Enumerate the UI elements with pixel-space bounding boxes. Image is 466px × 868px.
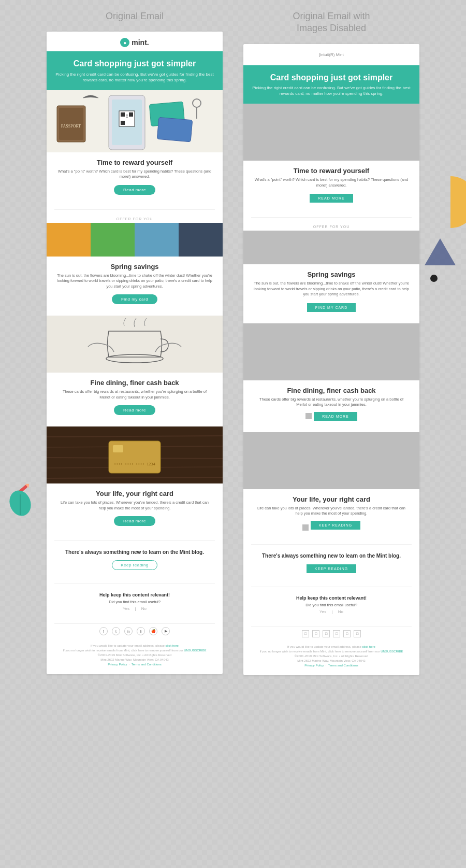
- right-column: Original Email with Images Disabled [int…: [243, 10, 419, 675]
- left-dining-image: [47, 316, 223, 373]
- left-section1-button[interactable]: Read more: [114, 185, 155, 195]
- left-section2-content: Spring savings The sun is out, the flowe…: [47, 257, 223, 316]
- left-linkedin-icon[interactable]: li: [137, 627, 145, 635]
- right-hero-heading: Card shopping just got simpler: [252, 73, 411, 82]
- right-section4-img-icon: [302, 524, 309, 531]
- left-section3-button[interactable]: Read more: [114, 405, 155, 415]
- svg-rect-13: [121, 121, 125, 125]
- right-life-image-placeholder: [243, 432, 419, 489]
- left-terms-link[interactable]: Terms and Conditions: [132, 663, 162, 666]
- page-wrapper: Original Email ● mint. Card shopping jus…: [0, 0, 466, 686]
- right-section2-body: The sun is out, the flowers are blooming…: [254, 281, 409, 297]
- left-instagram-icon[interactable]: in: [124, 627, 133, 635]
- right-privacy-link[interactable]: Privacy Policy: [304, 664, 324, 667]
- left-android-icon[interactable]: ▶: [162, 627, 170, 635]
- left-feedback: Help keep this content relevant! Did you…: [47, 587, 223, 620]
- left-facebook-icon[interactable]: f: [99, 627, 108, 635]
- right-blog-text: There's always something new to learn on…: [254, 553, 409, 559]
- right-feedback-no[interactable]: No: [338, 609, 343, 614]
- right-divider1: [251, 217, 412, 218]
- right-footer-legal: If you would like to update your email a…: [243, 641, 419, 675]
- right-footer-update: If you would like to update your email a…: [254, 645, 409, 649]
- left-feedback-heading: Help keep this content relevant!: [57, 592, 212, 597]
- left-cards-image: PASSPORT: [47, 90, 223, 152]
- left-privacy-link[interactable]: Privacy Policy: [108, 663, 127, 666]
- right-blog-button[interactable]: KEEP READING: [307, 564, 356, 573]
- left-section2-button[interactable]: Find my card: [112, 294, 157, 304]
- left-blog-button[interactable]: Keep reading: [112, 560, 157, 570]
- right-offer-label: OFFER FOR YOU: [243, 221, 419, 231]
- svg-rect-11: [121, 112, 125, 117]
- right-social-icons: □ □ □ □ □ □: [243, 630, 419, 637]
- left-blog-text: There's always something new to learn on…: [57, 549, 212, 555]
- left-section2-body: The sun is out, the flowers are blooming…: [57, 273, 212, 290]
- right-divider3: [251, 587, 412, 587]
- left-section4-button[interactable]: Read more: [114, 516, 155, 526]
- right-hero-body: Picking the right credit card can be con…: [252, 85, 411, 96]
- right-email-card: [intuit(R) Mint Card shopping just got s…: [243, 44, 419, 675]
- mint-logo-icon: ●: [120, 38, 129, 47]
- left-apple-icon[interactable]: 🍎: [149, 627, 157, 635]
- right-section1-body: What's a "point" worth? Which card is be…: [254, 177, 409, 188]
- right-section2-button[interactable]: FIND MY CARD: [307, 303, 356, 312]
- right-linkedin-icon[interactable]: □: [333, 630, 340, 637]
- left-section1-content: Time to reward yourself What's a "point"…: [47, 152, 223, 206]
- right-cards-image-placeholder: [243, 104, 419, 161]
- left-section3-body: These cards offer big rewards at restaur…: [57, 389, 212, 400]
- right-feedback-yes[interactable]: Yes: [319, 609, 326, 614]
- deco-leaf: [6, 489, 35, 520]
- left-section4-heading: Your life, your right card: [57, 490, 212, 497]
- left-footer-update-link[interactable]: click here: [166, 644, 179, 647]
- left-spring-image: [47, 223, 223, 257]
- left-footer-copyright: ©2001-2019 Mint Software, Inc. • All Rig…: [57, 653, 212, 658]
- right-android-icon[interactable]: □: [354, 630, 361, 637]
- left-footer-links: Privacy Policy · Terms and Conditions: [57, 662, 212, 667]
- left-blog-section: There's always something new to learn on…: [47, 544, 223, 580]
- right-footer-update-link[interactable]: click here: [362, 645, 375, 648]
- svg-rect-12: [129, 112, 133, 117]
- right-footer-unsubscribe-link[interactable]: UNSUBSCRIBE: [381, 650, 403, 653]
- right-section4-button[interactable]: KEEP READING: [311, 521, 360, 530]
- mint-logo-text: mint.: [132, 38, 149, 47]
- left-twitter-icon[interactable]: t: [112, 627, 120, 635]
- left-feedback-yes[interactable]: Yes: [123, 606, 129, 611]
- svg-rect-29: [113, 445, 123, 452]
- left-feedback-sub: Did you find this email useful?: [57, 600, 212, 604]
- left-footer-unsubscribe-link[interactable]: UNSUBSCRIBE: [184, 649, 206, 652]
- right-apple-icon[interactable]: □: [343, 630, 351, 637]
- left-offer-label: OFFER FOR YOU: [47, 213, 223, 223]
- right-section3-button[interactable]: READ MORE: [314, 412, 357, 421]
- right-section3-body: These cards offer big rewards at restaur…: [254, 397, 409, 408]
- left-feedback-no[interactable]: No: [141, 606, 147, 611]
- right-feedback-heading: Help keep this content relevant!: [254, 595, 409, 601]
- right-column-title: Original Email with Images Disabled: [293, 10, 370, 35]
- left-divider3: [54, 584, 215, 584]
- right-divider2: [251, 544, 412, 545]
- right-footer-unsubscribe: If you no longer wish to receive emails …: [254, 649, 409, 654]
- left-hero-heading: Card shopping just got simpler: [55, 59, 214, 68]
- right-section4-body: Life can take you lots of places. Wherev…: [254, 506, 409, 517]
- right-divider4: [251, 627, 412, 627]
- left-section4-body: Life can take you lots of places. Wherev…: [57, 500, 212, 511]
- right-section4-heading: Your life, your right card: [254, 495, 409, 503]
- right-feedback-sub: Did you find this email useful?: [254, 603, 409, 607]
- right-section1-heading: Time to reward yourself: [254, 167, 409, 175]
- deco-half-circle: [425, 176, 466, 228]
- right-spring-image-placeholder: [243, 231, 419, 264]
- left-footer-address: Mint 2632 Marine Way, Mountain View, CA …: [57, 658, 212, 662]
- svg-text:•••• •••• •••• 1234: •••• •••• •••• 1234: [114, 462, 155, 466]
- left-divider4: [54, 623, 215, 624]
- right-logo-alt: [intuit(R) Mint: [247, 48, 415, 61]
- right-section2-content: Spring savings The sun is out, the flowe…: [243, 264, 419, 323]
- right-feedback: Help keep this content relevant! Did you…: [243, 590, 419, 623]
- right-terms-link[interactable]: Terms and Conditions: [328, 664, 358, 667]
- right-instagram-icon[interactable]: □: [323, 630, 330, 637]
- right-footer-links: Privacy Policy · Terms and Conditions: [254, 663, 409, 668]
- deco-triangle: [425, 238, 456, 265]
- right-facebook-icon[interactable]: □: [302, 630, 309, 637]
- right-section1-button[interactable]: READ MORE: [310, 194, 353, 203]
- right-twitter-icon[interactable]: □: [312, 630, 319, 637]
- left-section4-content: Your life, your right card Life can take…: [47, 483, 223, 537]
- right-section2-heading: Spring savings: [254, 271, 409, 278]
- right-column-title-line1: Original Email with: [293, 11, 370, 21]
